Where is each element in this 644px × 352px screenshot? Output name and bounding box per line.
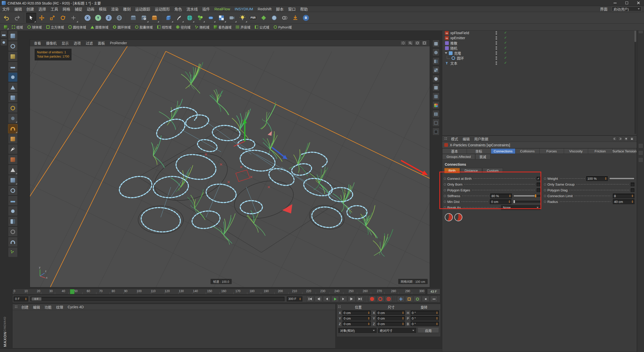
menu-window[interactable]: 窗口 — [286, 6, 298, 12]
enabled-check-icon[interactable]: ✓ — [504, 46, 507, 50]
render-settings-button[interactable] — [139, 13, 149, 23]
viewport-solo-button[interactable] — [8, 114, 18, 123]
stiffness-slider[interactable] — [513, 194, 540, 198]
spline-pen-button[interactable] — [174, 13, 184, 23]
dock-icon-console[interactable] — [432, 128, 439, 135]
scale-tool[interactable] — [47, 13, 57, 23]
record-pla-toggle[interactable] — [430, 296, 438, 302]
psr-button[interactable]: PSR — [248, 13, 258, 23]
field-formula-button[interactable]: 公式域 — [253, 24, 271, 30]
workplane-mode-button[interactable] — [8, 62, 18, 72]
minimize-button[interactable] — [609, 0, 621, 6]
lock-x-button[interactable]: X — [83, 13, 93, 23]
live-selection-tool[interactable] — [26, 13, 36, 23]
tab-collisions[interactable]: Collisions — [515, 148, 540, 154]
menu-tools[interactable]: 工具 — [48, 6, 60, 12]
field-group-button[interactable]: 组域 — [10, 24, 25, 30]
extrude-tool-button[interactable] — [8, 175, 18, 185]
bodypaint-button[interactable]: B — [301, 13, 311, 23]
anim-dot-icon[interactable] — [544, 183, 546, 186]
tab-basic[interactable]: 基本 — [442, 148, 467, 154]
visibility-dots[interactable] — [496, 31, 497, 35]
view-zoom-button[interactable] — [408, 41, 413, 45]
menu-help[interactable]: 帮助 — [298, 6, 310, 12]
edge-icon-help[interactable] — [638, 157, 643, 162]
mirror-tool-button[interactable] — [8, 217, 18, 226]
lock-z-button[interactable]: Z — [104, 13, 114, 23]
apply-button[interactable]: 应用 — [418, 328, 439, 333]
goto-end-button[interactable] — [356, 296, 364, 302]
field-capsule-button[interactable]: 胶囊体域 — [133, 24, 154, 30]
object-name[interactable]: xpEmitter — [450, 36, 465, 40]
viewport-canvas[interactable]: Number of emitters: 1 Total live particl… — [30, 46, 430, 287]
close-button[interactable] — [632, 0, 644, 6]
power-slider[interactable]: 0 F — [30, 297, 285, 301]
magnet-tool-button[interactable] — [8, 237, 18, 247]
enable-axis-button[interactable] — [8, 103, 18, 113]
render-queue-button[interactable] — [149, 13, 159, 23]
coordinate-system-button[interactable] — [114, 13, 124, 23]
spinner-icon[interactable] — [435, 317, 438, 320]
panel-grip-icon[interactable] — [15, 305, 18, 309]
am-menu-edit[interactable]: 编辑 — [460, 136, 472, 141]
stiffness-field[interactable]: 80 % — [490, 194, 512, 198]
am-lock-button[interactable] — [630, 137, 634, 141]
anim-dot-icon[interactable] — [544, 201, 546, 203]
spinner-icon[interactable] — [401, 317, 404, 320]
spinner-icon[interactable] — [299, 298, 301, 300]
weight-tool-button[interactable] — [8, 227, 18, 237]
view-maximize-button[interactable] — [422, 41, 427, 45]
rot-p-field[interactable]: 0 ° — [411, 316, 439, 321]
visibility-dots[interactable] — [496, 61, 497, 65]
material-list-empty[interactable] — [13, 310, 335, 348]
object-row-cloner[interactable]: 克隆 ✓ — [442, 51, 637, 56]
smoothing-tool-button[interactable] — [8, 206, 18, 216]
rotate-tool[interactable] — [58, 13, 68, 23]
sky-button[interactable] — [269, 13, 279, 23]
record-keyframe-button[interactable] — [368, 296, 376, 302]
spinner-icon[interactable] — [367, 323, 370, 325]
menu-motion-tracker[interactable]: 运动跟踪 — [133, 6, 152, 12]
break-as-dropdown[interactable]: None — [501, 205, 540, 210]
next-key-button[interactable] — [348, 296, 355, 302]
tab-falloff[interactable]: 衰减 — [475, 154, 491, 159]
current-frame-field[interactable]: 43 F — [427, 289, 440, 294]
size-y-field[interactable]: 0 cm — [376, 316, 405, 321]
enabled-check-icon[interactable]: ✓ — [504, 51, 507, 55]
menu-select[interactable]: 选择 — [36, 6, 48, 12]
field-torus-button[interactable]: 圆环体域 — [111, 24, 132, 30]
spinner-icon[interactable] — [508, 200, 510, 203]
spinner-icon[interactable] — [604, 177, 607, 180]
keyframe-selection-button[interactable] — [385, 296, 392, 302]
polygons-mode-button[interactable] — [8, 93, 18, 103]
min-dist-slider[interactable] — [513, 200, 540, 203]
view-orbit-button[interactable] — [415, 41, 420, 45]
spinner-icon[interactable] — [401, 323, 404, 325]
viewport-menu-filter[interactable]: 过滤 — [83, 40, 95, 46]
edge-icon-attributes[interactable] — [638, 143, 643, 148]
anim-dot-icon[interactable] — [544, 189, 546, 191]
interactive-render-button[interactable] — [280, 13, 290, 23]
enabled-check-icon[interactable]: ✓ — [504, 61, 507, 65]
dock-icon-layout[interactable] — [432, 40, 439, 47]
spinner-icon[interactable] — [631, 195, 633, 197]
autokey-button[interactable] — [377, 296, 384, 302]
panel-grip-icon[interactable] — [338, 305, 341, 309]
tab-coordinates[interactable]: 坐标 — [467, 148, 491, 154]
field-box-button[interactable]: 立方体域 — [45, 24, 66, 30]
anim-dot-icon[interactable] — [444, 178, 446, 180]
rot-h-field[interactable]: 0 ° — [411, 311, 439, 315]
menu-character[interactable]: 角色 — [172, 6, 184, 12]
measure-tool-button[interactable] — [8, 248, 18, 257]
lock-y-button[interactable]: Y — [93, 13, 103, 23]
field-cylinder-button[interactable]: 圆柱体域 — [67, 24, 88, 30]
pos-x-field[interactable]: 0 cm — [342, 311, 371, 315]
enable-snap-button[interactable] — [8, 124, 18, 134]
layout-select[interactable]: 启动(用户) — [612, 7, 641, 11]
menu-simulate[interactable]: 模拟 — [97, 6, 109, 12]
spinner-icon[interactable] — [401, 312, 404, 314]
view-pan-button[interactable] — [400, 41, 406, 45]
playhead-marker[interactable] — [70, 289, 74, 294]
mat-menu-function[interactable]: 功能 — [42, 304, 54, 310]
menu-sculpt[interactable]: 雕刻 — [121, 6, 133, 12]
